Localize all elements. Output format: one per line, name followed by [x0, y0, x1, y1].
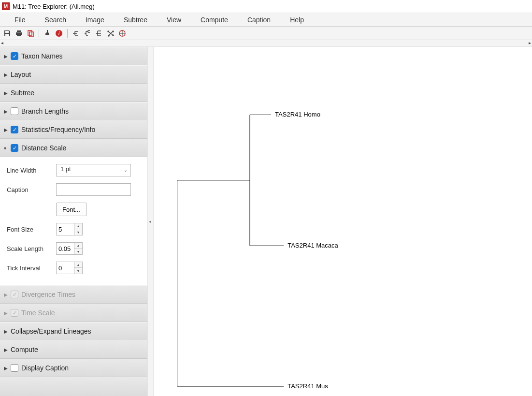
expand-arrow-icon: ▶ [4, 90, 8, 96]
menu-compute[interactable]: Compute [191, 14, 238, 26]
sidebar: ▶ Taxon Names ▶ Layout ▶ Subtree ▶ Branc… [0, 47, 148, 396]
print-icon[interactable] [14, 29, 23, 38]
scale-length-spinner[interactable]: ▲▼ [56, 242, 83, 255]
time-scale-checkbox [11, 309, 18, 317]
menu-search[interactable]: Search [35, 14, 76, 26]
panel-compute[interactable]: ▶ Compute [0, 340, 147, 359]
title-bar: M M11: Tree Explorer: (All.meg) [0, 0, 532, 13]
expand-arrow-icon: ▶ [4, 72, 8, 77]
expand-arrow-icon: ▶ [4, 292, 8, 297]
expand-arrow-icon: ▶ [4, 310, 8, 316]
menu-file[interactable]: File [5, 14, 35, 26]
panel-label: Branch Lengths [21, 107, 69, 115]
tick-interval-input[interactable] [57, 262, 74, 274]
panel-label: Distance Scale [21, 144, 66, 152]
toolbar-separator [67, 29, 68, 38]
tree-canvas[interactable]: TAS2R41 Homo TAS2R41 Macaca TAS2R41 Mus [154, 47, 532, 396]
panel-label: Subtree [11, 89, 34, 97]
expand-arrow-icon: ▶ [4, 347, 8, 352]
display-caption-checkbox[interactable] [11, 364, 18, 372]
svg-point-6 [108, 35, 109, 36]
tree-radial-icon[interactable] [106, 29, 115, 38]
font-size-spinner[interactable]: ▲▼ [56, 223, 83, 235]
panel-display-caption[interactable]: ▶ Display Caption [0, 359, 147, 377]
branch-lengths-checkbox[interactable] [11, 107, 18, 115]
font-button[interactable]: Font... [56, 203, 86, 216]
font-size-input[interactable] [57, 223, 74, 235]
main-area: ▶ Taxon Names ▶ Layout ▶ Subtree ▶ Branc… [0, 47, 532, 396]
info-icon[interactable]: i [55, 29, 63, 38]
splitter-handle-icon: ◂ [149, 219, 151, 224]
distance-scale-checkbox[interactable] [11, 144, 18, 152]
phylogenetic-tree: TAS2R41 Homo TAS2R41 Macaca TAS2R41 Mus [154, 47, 532, 396]
svg-point-4 [108, 31, 109, 32]
svg-rect-0 [28, 30, 32, 35]
panel-branch-lengths[interactable]: ▶ Branch Lengths [0, 102, 147, 120]
tick-interval-label: Tick Interval [7, 264, 51, 272]
collapse-arrow-icon: ▾ [4, 146, 8, 151]
distance-scale-body: Line Width 1 pt ⌄ Caption Font... Font S… [0, 157, 147, 285]
tree-style2-icon[interactable] [83, 29, 92, 38]
chevron-down-icon: ⌄ [124, 167, 128, 173]
stats-checkbox[interactable] [11, 126, 18, 133]
svg-point-7 [113, 35, 114, 36]
panel-layout[interactable]: ▶ Layout [0, 65, 147, 84]
panel-time-scale: ▶ Time Scale [0, 304, 147, 322]
scroll-right-arrow[interactable]: ▸ [529, 40, 531, 46]
tick-interval-spinner[interactable]: ▲▼ [56, 262, 83, 274]
panel-taxon-names[interactable]: ▶ Taxon Names [0, 47, 147, 65]
panel-subtree[interactable]: ▶ Subtree [0, 84, 147, 102]
spin-down-icon[interactable]: ▼ [74, 229, 82, 235]
panel-label: Display Caption [21, 364, 69, 372]
app-icon: M [2, 2, 10, 10]
panel-label: Divergence Times [21, 291, 75, 298]
scroll-left-arrow[interactable]: ◂ [1, 40, 3, 46]
menu-subtree[interactable]: Subtree [114, 14, 157, 26]
panel-label: Statistics/Frequency/Info [21, 126, 95, 133]
expand-arrow-icon: ▶ [4, 54, 8, 59]
save-icon[interactable] [3, 29, 12, 38]
toolbar-separator [39, 29, 39, 38]
panel-label: Collapse/Expand Lineages [11, 327, 91, 335]
menu-caption[interactable]: Caption [238, 14, 280, 26]
spin-down-icon[interactable]: ▼ [74, 268, 82, 274]
scale-length-label: Scale Length [7, 245, 51, 252]
panel-label: Taxon Names [21, 52, 63, 60]
copy-icon[interactable] [26, 29, 35, 38]
options-icon[interactable] [43, 29, 52, 38]
horizontal-scroll-strip[interactable]: ◂ ▸ [0, 40, 532, 47]
spin-down-icon[interactable]: ▼ [74, 249, 82, 254]
panel-distance-scale[interactable]: ▾ Distance Scale [0, 139, 147, 157]
expand-arrow-icon: ▶ [4, 329, 8, 334]
expand-arrow-icon: ▶ [4, 109, 8, 114]
panel-label: Layout [11, 71, 31, 78]
expand-arrow-icon: ▶ [4, 127, 8, 132]
caption-input[interactable] [56, 183, 131, 196]
spin-up-icon[interactable]: ▲ [74, 243, 82, 249]
panel-stats[interactable]: ▶ Statistics/Frequency/Info [0, 120, 147, 139]
taxon-names-checkbox[interactable] [11, 52, 18, 60]
line-width-value: 1 pt [60, 165, 71, 173]
window-title: M11: Tree Explorer: (All.meg) [13, 3, 95, 10]
menu-help[interactable]: Help [280, 14, 314, 26]
taxon-label: TAS2R41 Homo [275, 111, 320, 118]
panel-divergence-times: ▶ Divergence Times [0, 285, 147, 304]
svg-point-5 [113, 31, 114, 32]
expand-arrow-icon: ▶ [4, 366, 8, 371]
menu-image[interactable]: Image [76, 14, 114, 26]
caption-label: Caption [7, 186, 51, 193]
scale-length-input[interactable] [57, 243, 74, 254]
spin-up-icon[interactable]: ▲ [74, 262, 82, 268]
panel-label: Compute [11, 346, 38, 353]
toolbar: i [0, 27, 532, 40]
splitter[interactable]: ◂ [148, 47, 154, 396]
tree-style3-icon[interactable] [95, 29, 103, 38]
line-width-select[interactable]: 1 pt ⌄ [56, 164, 131, 176]
menu-view[interactable]: View [157, 14, 191, 26]
menu-bar: File Search Image Subtree View Compute C… [0, 13, 532, 27]
panel-collapse-expand[interactable]: ▶ Collapse/Expand Lineages [0, 322, 147, 340]
taxon-label: TAS2R41 Mus [288, 382, 328, 390]
spin-up-icon[interactable]: ▲ [74, 223, 82, 229]
tree-circular-icon[interactable] [118, 29, 127, 38]
tree-style1-icon[interactable] [72, 29, 80, 38]
